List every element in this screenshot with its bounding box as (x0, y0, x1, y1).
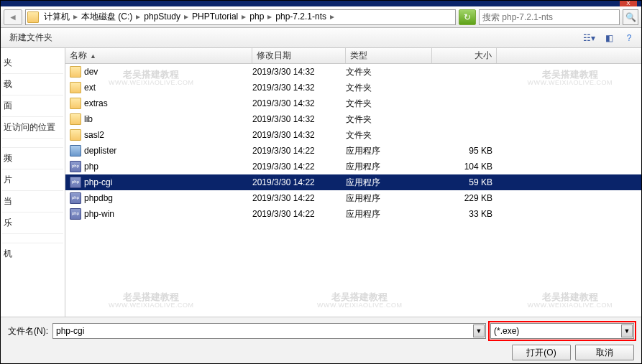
column-date[interactable]: 修改日期 (252, 48, 346, 63)
bottom-panel: 文件名(N): php-cgi ▼ (*.exe) ▼ 打开(O) 取消 (1, 317, 641, 364)
sidebar-item[interactable]: 近访问的位置 (2, 117, 63, 139)
file-size: 33 KB (432, 209, 497, 219)
folder-icon (70, 98, 81, 109)
file-name: dev (84, 67, 98, 77)
view-options-button[interactable]: ☷▾ (581, 30, 597, 46)
close-button[interactable]: X (620, 1, 637, 6)
sidebar-item[interactable]: 机 (2, 243, 63, 264)
folder-icon (70, 66, 81, 78)
file-size: 59 KB (432, 177, 497, 187)
file-name: sasl2 (84, 130, 104, 140)
chevron-down-icon[interactable]: ▼ (621, 325, 633, 337)
file-type: 应用程序 (346, 208, 432, 220)
file-row[interactable]: deplister2019/3/30 14:22应用程序95 KB (65, 143, 641, 159)
file-name: php (84, 162, 98, 172)
php-icon (70, 177, 81, 188)
file-date: 2019/3/30 14:32 (252, 114, 346, 124)
breadcrumb-part[interactable]: 计算机 (42, 11, 72, 22)
sidebar-item[interactable]: 夹 (2, 52, 63, 74)
file-row[interactable]: dev2019/3/30 14:32文件夹 (65, 64, 641, 80)
file-date: 2019/3/30 14:32 (252, 130, 346, 140)
chevron-down-icon[interactable]: ▼ (473, 325, 485, 337)
sidebar-item[interactable]: 面 (2, 95, 63, 117)
search-box[interactable] (479, 9, 620, 25)
file-type: 文件夹 (346, 66, 432, 78)
file-type: 文件夹 (346, 113, 432, 126)
folder-icon (70, 129, 81, 141)
sort-arrow-icon: ▲ (90, 52, 96, 60)
sidebar: 夹载面近访问的位置频片当乐机 (1, 48, 65, 317)
filter-highlight: (*.exe) ▼ (488, 321, 636, 341)
php-icon (70, 192, 81, 204)
file-row[interactable]: extras2019/3/30 14:32文件夹 (65, 95, 641, 111)
file-row[interactable]: phpdbg2019/3/30 14:22应用程序229 KB (65, 190, 641, 206)
chevron-right-icon[interactable]: ▸ (183, 11, 190, 22)
file-name: php-cgi (84, 177, 112, 187)
file-row[interactable]: php-cgi2019/3/30 14:22应用程序59 KB (65, 174, 641, 190)
sidebar-item[interactable]: 当 (2, 191, 63, 213)
filename-input[interactable]: php-cgi ▼ (52, 323, 486, 339)
column-type[interactable]: 类型 (346, 48, 432, 63)
file-name: deplister (84, 146, 116, 156)
column-header[interactable]: 名称▲ 修改日期 类型 大小 (65, 48, 641, 64)
breadcrumb-part[interactable]: phpStudy (142, 11, 183, 22)
breadcrumb-part[interactable]: 本地磁盘 (C:) (79, 11, 134, 22)
sidebar-item[interactable]: 载 (2, 74, 63, 95)
file-row[interactable]: php-win2019/3/30 14:22应用程序33 KB (65, 206, 641, 222)
sidebar-item[interactable]: 乐 (2, 213, 63, 234)
column-name[interactable]: 名称▲ (65, 48, 252, 63)
file-rows: dev2019/3/30 14:32文件夹ext2019/3/30 14:32文… (65, 64, 641, 222)
file-date: 2019/3/30 14:22 (252, 162, 346, 172)
breadcrumb-part[interactable]: PHPTutorial (190, 11, 240, 22)
search-button[interactable]: 🔍 (623, 9, 638, 25)
sidebar-item[interactable] (2, 139, 63, 148)
column-size[interactable]: 大小 (432, 48, 497, 63)
file-name: lib (84, 114, 93, 124)
search-input[interactable] (482, 12, 616, 22)
chevron-right-icon[interactable]: ▸ (266, 11, 273, 22)
refresh-button[interactable]: ↻ (459, 9, 476, 25)
file-name: phpdbg (84, 193, 113, 203)
file-row[interactable]: lib2019/3/30 14:32文件夹 (65, 111, 641, 127)
sidebar-item[interactable]: 片 (2, 169, 63, 191)
app-icon (70, 145, 81, 157)
breadcrumb-part[interactable]: php (247, 11, 266, 22)
titlebar-remnant: X (1, 1, 641, 6)
breadcrumb-part[interactable]: php-7.2.1-nts (273, 11, 329, 22)
open-button[interactable]: 打开(O) (512, 345, 571, 360)
chevron-right-icon[interactable]: ▸ (72, 11, 79, 22)
chevron-right-icon[interactable]: ▸ (329, 11, 336, 22)
sidebar-item[interactable]: 频 (2, 148, 63, 169)
file-row[interactable]: php2019/3/30 14:22应用程序104 KB (65, 159, 641, 174)
navigation-bar: ◄ 计算机▸本地磁盘 (C:)▸phpStudy▸PHPTutorial▸php… (1, 6, 641, 28)
file-date: 2019/3/30 14:32 (252, 83, 346, 93)
breadcrumb[interactable]: 计算机▸本地磁盘 (C:)▸phpStudy▸PHPTutorial▸php▸p… (25, 9, 456, 25)
chevron-right-icon[interactable]: ▸ (134, 11, 142, 22)
file-type: 应用程序 (346, 177, 432, 189)
file-date: 2019/3/30 14:22 (252, 209, 346, 219)
cancel-button[interactable]: 取消 (575, 345, 634, 360)
file-type: 应用程序 (346, 161, 432, 173)
preview-pane-button[interactable]: ◧ (601, 30, 617, 46)
filetype-filter[interactable]: (*.exe) ▼ (490, 323, 634, 339)
file-name: extras (84, 98, 108, 108)
breadcrumb-path: 计算机▸本地磁盘 (C:)▸phpStudy▸PHPTutorial▸php▸p… (42, 11, 336, 23)
file-row[interactable]: ext2019/3/30 14:32文件夹 (65, 80, 641, 95)
file-type: 文件夹 (346, 129, 432, 141)
file-date: 2019/3/30 14:22 (252, 193, 346, 203)
chevron-right-icon[interactable]: ▸ (240, 11, 247, 22)
folder-icon (70, 113, 81, 125)
watermark: 老吴搭建教程WWW.WEIXIAOLIVE.COM (527, 292, 613, 309)
file-date: 2019/3/30 14:32 (252, 98, 346, 108)
nav-back-button[interactable]: ◄ (4, 9, 22, 25)
folder-icon (70, 82, 81, 93)
file-name: php-win (84, 209, 114, 219)
php-icon (70, 208, 81, 220)
file-date: 2019/3/30 14:22 (252, 146, 346, 156)
file-type: 应用程序 (346, 192, 432, 205)
sidebar-item[interactable] (2, 234, 63, 243)
new-folder-button[interactable]: 新建文件夹 (5, 30, 57, 45)
file-row[interactable]: sasl22019/3/30 14:32文件夹 (65, 127, 641, 143)
help-button[interactable]: ? (621, 30, 637, 46)
file-type: 应用程序 (346, 145, 432, 157)
